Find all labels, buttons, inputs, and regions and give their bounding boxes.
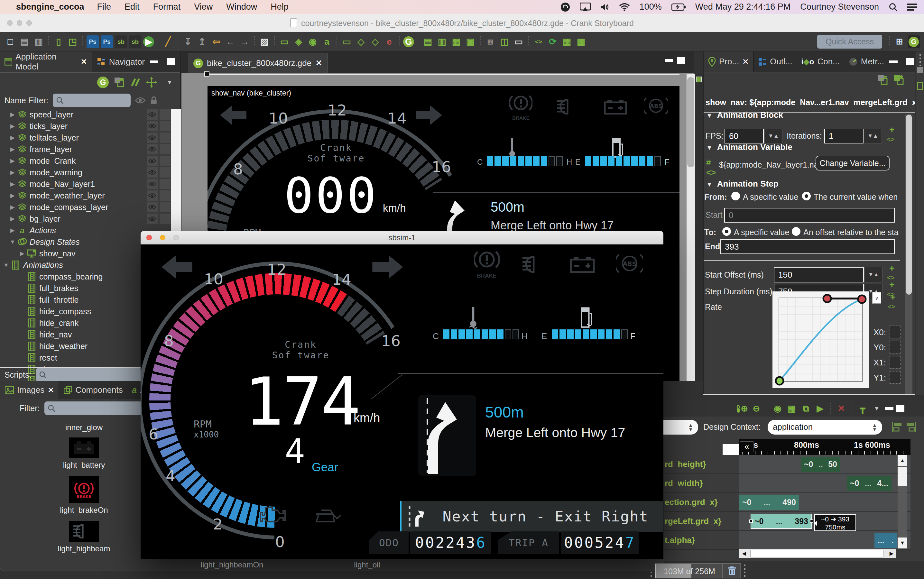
menu-view[interactable]: View <box>194 2 213 11</box>
animation-bar[interactable]: ~0...393 <box>751 514 812 529</box>
garbage-collect-button[interactable] <box>723 564 741 578</box>
toolbar-icon-match-size[interactable]: ▣ <box>464 35 476 48</box>
toolbar-icon-save[interactable]: ▤ <box>18 35 31 48</box>
start-offset-input[interactable]: 150 <box>774 267 864 283</box>
tree-item-mode_Nav_layer1[interactable]: ▶ mode_Nav_layer1 <box>0 178 170 190</box>
menu-file[interactable]: File <box>97 2 111 11</box>
rate-coord-input-Y1[interactable] <box>890 371 901 384</box>
properties-scrollbar[interactable] <box>905 114 913 394</box>
timeline-row-rd_width}[interactable]: rd_width} ~0...4... <box>663 474 911 493</box>
image-item-light_battery[interactable]: light_battery <box>52 437 116 469</box>
lock-toggle[interactable] <box>160 179 170 189</box>
simulator-title-bar[interactable]: sbsim-1 <box>141 231 663 244</box>
tree-item-mode_compass_layer[interactable]: ▶ mode_compass_layer <box>0 201 170 213</box>
delete-icon[interactable]: ✕ <box>835 402 848 415</box>
lock-column-icon[interactable] <box>150 96 158 105</box>
toolbar-icon-import-down[interactable]: ↧ <box>182 35 194 48</box>
rate-preset-dropdown[interactable]: ∨ <box>872 292 881 304</box>
rate-coord-input-Y0[interactable] <box>890 341 901 353</box>
menu-help[interactable]: Help <box>271 2 289 11</box>
tab-outline[interactable]: Outl... <box>754 51 796 72</box>
timeline-hscrollbar[interactable]: ◀ ▶ <box>739 549 896 558</box>
menu-user[interactable]: Courtney Stevenson <box>800 2 879 12</box>
tab-metrics[interactable]: Metr... <box>844 51 889 72</box>
tab-navigator[interactable]: Navigator <box>92 51 149 72</box>
editor-minimize-icon[interactable] <box>665 59 673 62</box>
perspective-icon[interactable]: ⊞ <box>893 35 906 48</box>
visibility-toggle[interactable] <box>147 179 158 189</box>
quick-access-button[interactable]: Quick Access <box>817 35 882 49</box>
tree-item-mode_Crank[interactable]: ▶ mode_Crank <box>0 155 170 167</box>
add-block-icon[interactable]: + <box>889 125 895 135</box>
fps-input[interactable]: 60 <box>724 129 764 144</box>
tree-item-mode_weather_layer[interactable]: ▶ mode_weather_layer <box>0 190 170 201</box>
airplay-icon[interactable] <box>580 3 591 11</box>
notification-center-icon[interactable] <box>907 2 917 12</box>
timeline-ruler[interactable]: 0ms 800ms 1s 600ms <box>739 439 911 455</box>
editor-scrollbar[interactable] <box>687 74 695 381</box>
lock-toggle[interactable] <box>160 190 170 201</box>
lock-toggle[interactable] <box>160 156 170 166</box>
visibility-toggle[interactable] <box>147 167 158 178</box>
toolbar-icon-sb-export[interactable]: sb <box>115 35 127 48</box>
lock-toggle[interactable] <box>160 110 170 119</box>
name-filter-input[interactable] <box>53 93 131 107</box>
visibility-toggle[interactable] <box>147 202 158 212</box>
tree-item-telltales_layer[interactable]: ▶ telltales_layer <box>0 132 170 144</box>
collapse-labels-button[interactable]: « <box>740 441 754 452</box>
toolbar-icon-layer-up[interactable]: ◇ <box>369 35 381 48</box>
visibility-toggle[interactable] <box>147 214 158 224</box>
toolbar-icon-magnet[interactable]: ◫ <box>498 35 510 48</box>
visibility-toggle[interactable] <box>147 144 158 154</box>
editor-tab[interactable]: G bike_cluster_800x480rz.gde ✕ <box>188 53 328 74</box>
toolbar-icon-distribute[interactable]: ▦ <box>450 35 462 48</box>
image-label-light-oil[interactable]: light_oil <box>335 560 399 569</box>
tree-item-ticks_layer[interactable]: ▶ ticks_layer <box>0 120 170 132</box>
toolbar-icon-edit-pencil[interactable]: ╱ <box>162 35 174 48</box>
visibility-toggle[interactable] <box>147 121 158 131</box>
toolbar-icon-export-up[interactable]: ↥ <box>196 35 208 48</box>
creative-cloud-icon[interactable] <box>561 2 570 12</box>
visibility-toggle[interactable] <box>147 190 158 201</box>
collapsed-palette-strip[interactable] <box>695 74 703 381</box>
toolbar-icon-crank-tool[interactable]: G <box>403 36 414 47</box>
menu-window[interactable]: Window <box>226 2 257 11</box>
collapse-all-icon[interactable] <box>877 75 888 85</box>
toolbar-icon-simulate[interactable]: ▶ <box>143 36 154 47</box>
expand-animation-icon[interactable]: ⧉ <box>800 402 812 415</box>
toolbar-icon-save-all[interactable]: ▥ <box>33 35 45 48</box>
from-current-radio[interactable] <box>802 192 811 200</box>
bind-block-icon[interactable]: <> <box>887 136 895 143</box>
rate-coord-input-X1[interactable] <box>890 356 901 369</box>
timeline-minimize-icon[interactable] <box>885 405 894 412</box>
close-icon[interactable]: ✕ <box>742 57 749 66</box>
tree-item-frame_layer[interactable]: ▶ frame_layer <box>0 144 170 155</box>
close-icon[interactable]: ✕ <box>47 386 54 395</box>
dock-right-icon[interactable] <box>905 422 917 433</box>
menu-clock[interactable]: Wed May 29 2:44:16 PM <box>695 2 791 12</box>
spotlight-icon[interactable] <box>889 3 898 11</box>
crank-refresh-icon[interactable]: G <box>97 77 109 88</box>
toolbar-icon-add-screen[interactable]: ▭ <box>278 35 291 48</box>
memory-indicator[interactable]: 103M of 256M <box>655 564 741 578</box>
view-menu-chevron-icon[interactable]: ▼ <box>167 79 172 86</box>
minimize-panel-icon[interactable] <box>889 58 898 65</box>
dock-icon-2[interactable] <box>917 82 923 90</box>
layers-tool-icon[interactable] <box>114 77 125 88</box>
maximize-panel-icon[interactable] <box>166 58 176 65</box>
menu-format[interactable]: Format <box>153 2 181 11</box>
rate-coord-input-X0[interactable] <box>890 325 901 339</box>
to-offset-radio[interactable] <box>792 227 800 236</box>
tab-images[interactable]: Images✕ <box>0 381 59 399</box>
tree-item-mode_warning[interactable]: ▶ mode_warning <box>0 167 170 178</box>
lock-toggle[interactable] <box>160 121 170 131</box>
close-icon[interactable]: ✕ <box>81 57 87 66</box>
toolbar-icon-grid[interactable]: ▦ <box>561 35 573 48</box>
simulator-window[interactable]: sbsim-1 0246810121416 BRAKE ABS CrankSof… <box>141 231 663 559</box>
animation-bar[interactable]: ~0...4... <box>847 476 891 491</box>
menu-edit[interactable]: Edit <box>124 2 140 11</box>
toolbar-icon-add-control[interactable]: ◉ <box>307 35 319 48</box>
end-input[interactable]: 393 <box>720 239 895 254</box>
timeline-zoom-in-icon[interactable]: 🜢⊕ <box>736 402 749 415</box>
toolbar-icon-forward[interactable]: → <box>239 35 251 48</box>
